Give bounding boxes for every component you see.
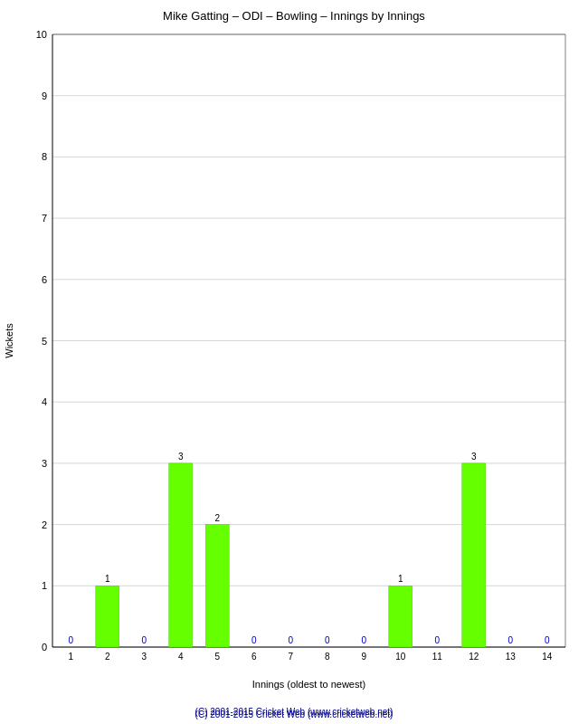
svg-text:0: 0 [507,635,513,645]
svg-text:1: 1 [68,652,73,662]
svg-text:3: 3 [42,458,47,469]
svg-text:10: 10 [36,29,47,40]
svg-text:3: 3 [471,452,477,462]
svg-text:7: 7 [288,652,293,662]
svg-text:0: 0 [545,635,550,645]
svg-text:Wickets: Wickets [4,323,14,358]
svg-text:8: 8 [42,151,47,162]
svg-text:0: 0 [325,635,330,645]
svg-text:3: 3 [178,452,184,462]
svg-text:5: 5 [214,652,220,662]
chart-container: Mike Gatting – ODI – Bowling – Innings b… [0,0,588,724]
svg-text:8: 8 [325,652,330,662]
svg-rect-49 [389,586,413,647]
svg-text:5: 5 [42,336,47,347]
svg-text:7: 7 [42,213,47,224]
svg-text:12: 12 [469,652,479,662]
svg-rect-38 [205,525,229,647]
svg-text:1: 1 [42,580,47,591]
svg-text:0: 0 [251,635,257,645]
svg-text:0: 0 [434,635,440,645]
svg-text:9: 9 [42,90,47,101]
svg-text:4: 4 [178,652,184,662]
svg-text:9: 9 [361,652,366,662]
svg-text:0: 0 [68,635,73,645]
chart-svg: Mike Gatting – ODI – Bowling – Innings b… [0,0,588,724]
svg-rect-54 [462,463,486,647]
svg-text:0: 0 [42,642,47,653]
svg-text:10: 10 [395,652,406,662]
svg-text:1: 1 [398,574,403,584]
svg-text:13: 13 [506,652,517,662]
svg-text:Mike Gatting – ODI – Bowling –: Mike Gatting – ODI – Bowling – Innings b… [163,9,425,23]
footer-text: (C) 2001-2015 Cricket Web (www.cricketwe… [0,710,588,719]
svg-text:1: 1 [105,574,110,584]
svg-text:Innings (oldest to newest): Innings (oldest to newest) [252,679,365,690]
svg-text:2: 2 [105,652,110,662]
svg-rect-35 [169,463,193,647]
svg-text:11: 11 [432,652,443,662]
svg-text:0: 0 [288,635,293,645]
svg-text:14: 14 [542,652,553,662]
svg-text:2: 2 [42,519,47,530]
svg-text:6: 6 [251,652,257,662]
svg-text:6: 6 [42,274,47,285]
svg-text:2: 2 [214,513,220,523]
svg-rect-0 [0,0,588,724]
svg-text:0: 0 [361,635,366,645]
svg-text:4: 4 [42,396,47,407]
svg-rect-30 [96,586,119,647]
svg-text:0: 0 [141,635,147,645]
svg-text:3: 3 [141,652,147,662]
